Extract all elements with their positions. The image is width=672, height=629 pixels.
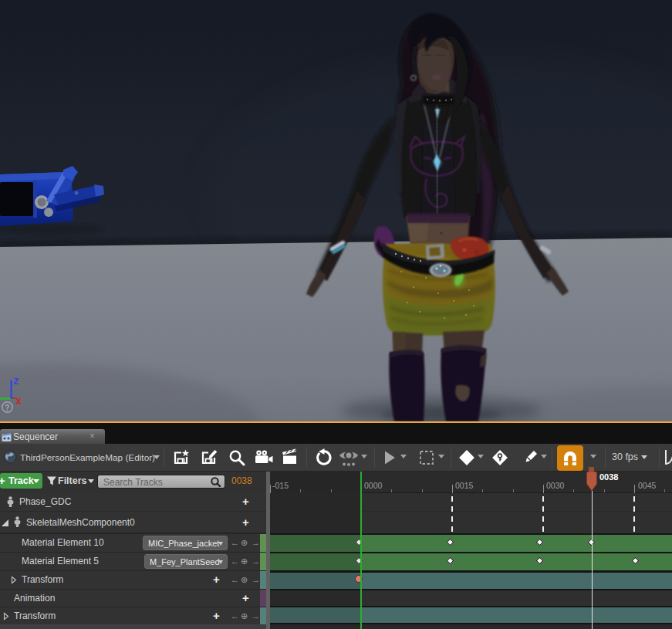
- svg-text:Z: Z: [14, 377, 19, 386]
- svg-text:?: ?: [5, 404, 9, 412]
- svg-text:X: X: [16, 397, 22, 406]
